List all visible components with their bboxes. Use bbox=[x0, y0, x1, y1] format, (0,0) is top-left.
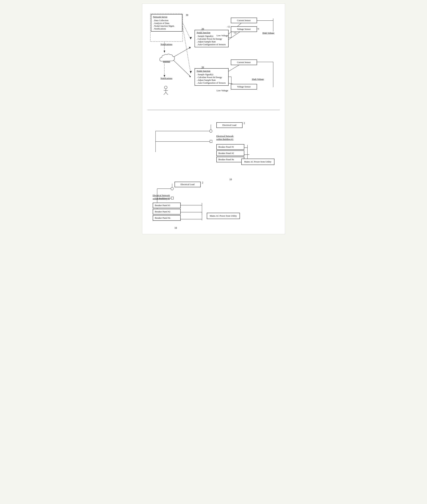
current-sensor-top-box: Current Sensor bbox=[231, 18, 257, 23]
elec-load-1-box: Electrical Load bbox=[216, 122, 243, 128]
low-voltage-1-label: Low Voltage bbox=[217, 34, 228, 37]
nj2-title: Nodal Junction bbox=[197, 70, 227, 72]
ns-item-2: Analysis of Data bbox=[153, 22, 180, 25]
network-server-list: Data Collection Analysis of Data Nodal J… bbox=[153, 19, 180, 30]
label-12-top: -12 bbox=[227, 25, 230, 28]
bottom-diagram: Electrical Load 2 Electrical Network wit… bbox=[147, 117, 280, 229]
nj1-item-2: Calculate Power & Energy bbox=[197, 38, 227, 40]
ns-item-1: Data Collection bbox=[153, 19, 180, 22]
high-voltage-2-label: High Voltage bbox=[252, 78, 264, 81]
person-svg bbox=[162, 86, 169, 95]
bp2a-label: Breaker Panel #1 bbox=[155, 204, 170, 207]
elec-network-2-text-line1: Electrical Network bbox=[153, 194, 170, 197]
voltage-sensor-bottom-label: Voltage Sensor bbox=[237, 85, 251, 88]
ns-item-3: Nodal Junction Mgmt. bbox=[153, 25, 180, 27]
svg-marker-30 bbox=[189, 47, 191, 49]
bp1a-label: Breaker Panel #1 bbox=[219, 146, 234, 148]
nodal-junction-2-box: Nodal Junction Sample Signal(s) Calculat… bbox=[195, 68, 229, 86]
elec-load-1-label: Electrical Load bbox=[222, 124, 236, 126]
nj2-item-4: Auto-Configuration of Sensors bbox=[197, 81, 227, 84]
network-server-box: Network Server Data Collection Analysis … bbox=[151, 14, 182, 32]
nj1-item-4: Auto-Configuration of Sensors bbox=[197, 43, 227, 46]
mains-ac-1-label: Mains AC Power from Utility bbox=[244, 160, 271, 163]
nj2-item-3: Adjust Sample Rate bbox=[197, 79, 227, 81]
elec-network-1-text-line1: Electrical Network bbox=[216, 135, 234, 137]
nj2-item-2: Calculate Power & Energy bbox=[197, 76, 227, 79]
current-sensor-bottom-label: Current Sensor bbox=[237, 61, 251, 63]
elec-load-2-box: Electrical Load bbox=[175, 182, 201, 187]
svg-rect-43 bbox=[210, 140, 212, 142]
svg-rect-55 bbox=[171, 197, 173, 199]
ns-item-4: Notifications bbox=[153, 27, 180, 30]
breaker-panel-1b: Breaker Panel #2 bbox=[216, 150, 244, 156]
current-sensor-bottom-box: Current Sensor bbox=[231, 60, 257, 65]
low-voltage-2-label: Low Voltage bbox=[217, 89, 228, 92]
elec-network-1-text-line2: within Building #1 bbox=[216, 138, 233, 141]
breaker-panels-1-group: Breaker Panel #1 Breaker Panel #2 Breake… bbox=[216, 144, 244, 163]
label-10-top: 10 bbox=[229, 178, 232, 181]
nj1-item-3: Adjust Sample Rate bbox=[197, 40, 227, 43]
breaker-panel-2c: Breaker Panel #n bbox=[153, 215, 181, 221]
elec-network-2-label: Electrical Network within Building #2 bbox=[153, 194, 170, 200]
label-12-bottom: -12 bbox=[234, 32, 236, 34]
mains-ac-2-box: Mains AC Power from Utility bbox=[207, 213, 240, 219]
bp1b-label: Breaker Panel #2 bbox=[219, 152, 234, 154]
breaker-panel-2b: Breaker Panel #2 bbox=[153, 209, 181, 214]
svg-marker-4 bbox=[190, 71, 192, 73]
network-server-title: Network Server bbox=[153, 16, 180, 18]
voltage-sensor-bottom-box: Voltage Sensor bbox=[231, 84, 257, 89]
bp2c-label: Breaker Panel #n bbox=[155, 217, 170, 219]
elec-network-2-text-line2: within Building #2 bbox=[153, 197, 170, 200]
svg-line-38 bbox=[164, 92, 166, 95]
svg-point-35 bbox=[164, 86, 167, 89]
current-sensor-top-label: Current Sensor bbox=[237, 19, 251, 22]
mains-ac-1-box: Mains AC Power from Utility bbox=[241, 159, 274, 165]
svg-line-3 bbox=[183, 26, 191, 73]
svg-marker-32 bbox=[189, 75, 191, 78]
voltage-sensor-top-box: Voltage Sensor bbox=[231, 26, 257, 32]
nodal-junction-1-box: Nodal Junction Sample Signal(s) Calculat… bbox=[195, 30, 229, 47]
main-diagram: Network Server Data Collection Analysis … bbox=[142, 3, 285, 234]
svg-point-56 bbox=[171, 187, 174, 190]
svg-marker-2 bbox=[190, 37, 192, 39]
bp1c-label: Breaker Panel #n bbox=[219, 158, 234, 161]
nj1-title: Nodal Junction bbox=[197, 31, 227, 34]
internet-cloud-container: Internet bbox=[158, 53, 175, 63]
svg-point-44 bbox=[209, 130, 212, 133]
nj2-item-1: Sample Signal(s) bbox=[197, 73, 227, 76]
label-30: 30 bbox=[186, 14, 188, 16]
mains-ac-2-label: Mains AC Power from Utility bbox=[210, 214, 237, 217]
label-20-bottom: 20 bbox=[202, 66, 204, 69]
high-voltage-1-label: High Voltage bbox=[262, 32, 274, 34]
elec-load-2-label: Electrical Load bbox=[181, 183, 195, 186]
label-10-bottom: 10 bbox=[175, 227, 177, 229]
breaker-panels-2-group: Breaker Panel #1 Breaker Panel #2 Breake… bbox=[153, 203, 181, 221]
nj2-list: Sample Signal(s) Calculate Power & Energ… bbox=[197, 73, 227, 84]
label-20-top: 20 bbox=[202, 28, 204, 31]
label-2-top: 2 bbox=[244, 122, 245, 125]
notifications-bottom-label: Notifications bbox=[160, 77, 172, 80]
breaker-panel-2a: Breaker Panel #1 bbox=[153, 203, 181, 208]
breaker-panel-1c: Breaker Panel #n bbox=[216, 157, 244, 162]
voltage-sensor-top-label: Voltage Sensor bbox=[237, 28, 251, 30]
breaker-panel-1a: Breaker Panel #1 bbox=[216, 144, 244, 150]
top-diagram: Network Server Data Collection Analysis … bbox=[147, 9, 280, 110]
person-icon bbox=[162, 86, 169, 96]
bp2b-label: Breaker Panel #2 bbox=[155, 210, 170, 213]
label-2-bottom: 2 bbox=[202, 181, 203, 184]
svg-line-39 bbox=[166, 92, 168, 95]
svg-line-1 bbox=[183, 23, 191, 39]
elec-network-1-label: Electrical Network within Building #1 bbox=[216, 134, 234, 141]
notifications-top-label: Notifications bbox=[160, 43, 172, 46]
svg-marker-28 bbox=[164, 75, 165, 77]
